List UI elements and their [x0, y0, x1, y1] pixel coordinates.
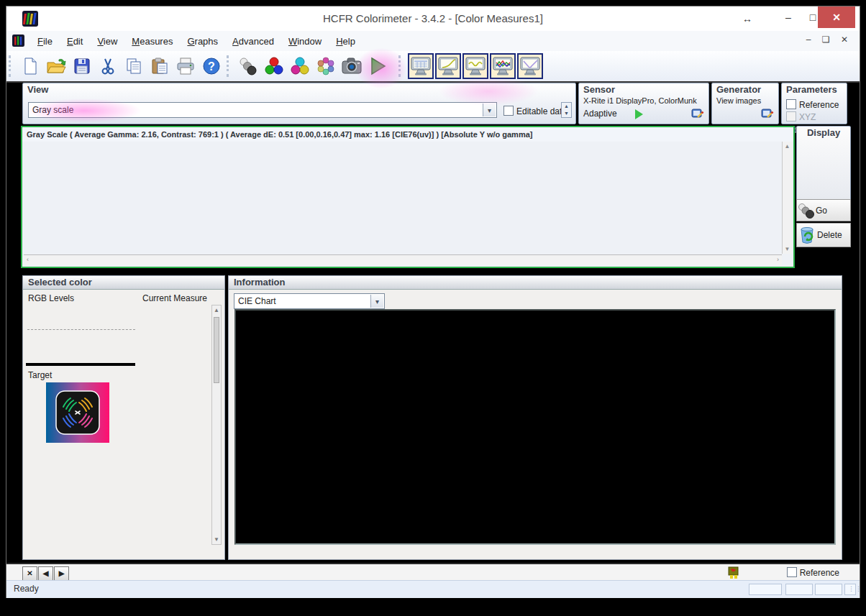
menu-item-window[interactable]: Window: [282, 34, 328, 49]
window-title: HCFR Colorimeter - 3.4.2 - [Color Measur…: [6, 12, 860, 24]
current-measure-label: Current Measure: [142, 293, 207, 303]
resize-arrows-button[interactable]: ↔: [733, 9, 762, 28]
selected-color-title: Selected color: [23, 276, 224, 290]
grayscale-balls-button[interactable]: [236, 54, 260, 78]
pattern-colors-button[interactable]: [314, 54, 338, 78]
parameters-group-title: Parameters: [782, 83, 847, 96]
view-rgb-monitor-button[interactable]: [490, 53, 516, 79]
minimize-button[interactable]: –: [776, 6, 801, 28]
reference-label: Reference: [800, 568, 839, 578]
secondary-colors-icon: [289, 56, 311, 76]
paste-button[interactable]: [147, 54, 172, 78]
mdi-child-buttons[interactable]: – ❏ ✕: [806, 35, 852, 45]
play-button[interactable]: [365, 54, 390, 78]
chevron-down-icon[interactable]: ▾: [483, 104, 496, 116]
sensor-status-icon: [727, 566, 740, 579]
parameters-groupbox: Parameters Reference XYZ Adjustmen: [781, 83, 847, 124]
view-table-monitor-button[interactable]: [408, 53, 434, 79]
status-pane: [815, 584, 842, 595]
save-icon: [73, 57, 91, 75]
sensor-play-icon[interactable]: [635, 109, 643, 119]
menu-item-measures[interactable]: Measures: [125, 34, 179, 49]
save-button[interactable]: [70, 54, 94, 78]
grayscale-section: Gray Scale ( Average Gamma: 2.16, Contra…: [21, 126, 795, 268]
chevron-down-icon[interactable]: ▾: [370, 295, 383, 308]
bottom-tab-bar: ✕ ◀ ▶ Reference: [6, 563, 860, 580]
menu-item-view[interactable]: View: [91, 34, 124, 49]
grayscale-vertical-scrollbar[interactable]: ▲▼: [782, 142, 792, 254]
sensor-name: X-Rite i1 DisplayPro, ColorMunk: [583, 96, 697, 105]
rgb-monitor-icon: [492, 57, 514, 76]
go-button[interactable]: Go: [796, 199, 851, 221]
resize-grip[interactable]: ⋮⋮: [848, 585, 857, 594]
sensor-groupbox: Sensor X-Rite i1 DisplayPro, ColorMunk A…: [578, 83, 709, 124]
tab-next-button[interactable]: ▶: [54, 566, 69, 581]
view-wave-monitor-button[interactable]: [462, 53, 488, 79]
view-group-title: View: [23, 83, 575, 96]
generator-config-icon[interactable]: [761, 108, 774, 121]
paste-icon: [150, 57, 169, 75]
view-groupbox: View Gray scale ▾ Editable data ▲▼: [22, 83, 576, 124]
information-title: Information: [229, 276, 842, 290]
display-groupbox: Display: [796, 126, 851, 205]
information-combo[interactable]: CIE Chart ▾: [234, 293, 385, 309]
status-pane: [785, 584, 813, 595]
tab-nav-buttons: ✕ ◀ ▶: [22, 566, 69, 581]
rgb-balls-button[interactable]: [262, 54, 286, 78]
menu-item-help[interactable]: Help: [329, 34, 362, 49]
menu-items: FileEditViewMeasuresGraphsAdvancedWindow…: [31, 31, 362, 51]
menu-item-edit[interactable]: Edit: [60, 34, 89, 49]
dip-monitor-icon: [519, 57, 541, 76]
view-spinner[interactable]: ▲▼: [561, 102, 572, 118]
toolbar-grip: [398, 55, 405, 77]
copy-icon: [124, 57, 143, 75]
sensor-mode: Adaptive: [583, 109, 617, 119]
copy-button[interactable]: [122, 54, 146, 78]
target-label: Target: [28, 370, 52, 380]
reference-checkbox[interactable]: Reference: [786, 98, 839, 111]
cut-icon: [99, 57, 117, 75]
toolbar: ?: [6, 51, 860, 83]
delete-button[interactable]: Delete: [796, 223, 851, 247]
menu-item-file[interactable]: File: [31, 34, 59, 49]
tab-prev-button[interactable]: ◀: [38, 566, 53, 581]
grayscale-balls-icon: [797, 202, 816, 219]
reference-checkbox-bottom[interactable]: Reference: [787, 567, 839, 578]
toolbar-grip: [227, 55, 233, 77]
cut-button[interactable]: [96, 54, 120, 78]
editable-data-label: Editable data: [516, 106, 567, 116]
document-logo-icon: [12, 35, 24, 47]
open-folder-button[interactable]: [44, 54, 68, 78]
view-gamma-monitor-button[interactable]: [435, 53, 461, 79]
close-button[interactable]: ✕: [818, 6, 855, 28]
view-dip-monitor-button[interactable]: [517, 53, 543, 79]
target-color-logo: [46, 382, 109, 443]
menu-item-graphs[interactable]: Graphs: [181, 34, 224, 49]
print-button[interactable]: [173, 54, 198, 78]
rgb-balls-icon: [263, 56, 285, 76]
camera-icon: [340, 56, 363, 76]
table-monitor-icon: [410, 57, 432, 76]
secondary-colors-button[interactable]: [288, 54, 312, 78]
play-icon: [368, 56, 388, 76]
tab-close-button[interactable]: ✕: [22, 566, 37, 581]
menu-bar: FileEditViewMeasuresGraphsAdvancedWindow…: [6, 31, 860, 52]
camera-button[interactable]: [339, 54, 364, 78]
grayscale-summary: Gray Scale ( Average Gamma: 2.16, Contra…: [22, 127, 793, 142]
view-combo[interactable]: Gray scale ▾: [28, 102, 497, 118]
sensor-config-icon[interactable]: [691, 108, 704, 121]
editable-data-checkbox[interactable]: Editable data: [503, 104, 567, 117]
app-window: HCFR Colorimeter - 3.4.2 - [Color Measur…: [6, 6, 860, 598]
new-document-icon: [21, 57, 40, 75]
new-document-button[interactable]: [18, 54, 42, 78]
help-button[interactable]: ?: [199, 54, 224, 78]
title-bar: HCFR Colorimeter - 3.4.2 - [Color Measur…: [6, 6, 860, 31]
rgb-bars-axis: [26, 363, 135, 366]
menu-item-advanced[interactable]: Advanced: [226, 34, 281, 49]
status-bar: Ready ⋮⋮: [6, 580, 860, 598]
grayscale-horizontal-scrollbar[interactable]: ‹›: [24, 254, 782, 265]
generator-group-title: Generator: [712, 83, 778, 96]
print-icon: [176, 57, 196, 75]
gamma-monitor-icon: [437, 57, 459, 76]
measure-scrollbar[interactable]: ▲ ▼: [211, 305, 222, 545]
